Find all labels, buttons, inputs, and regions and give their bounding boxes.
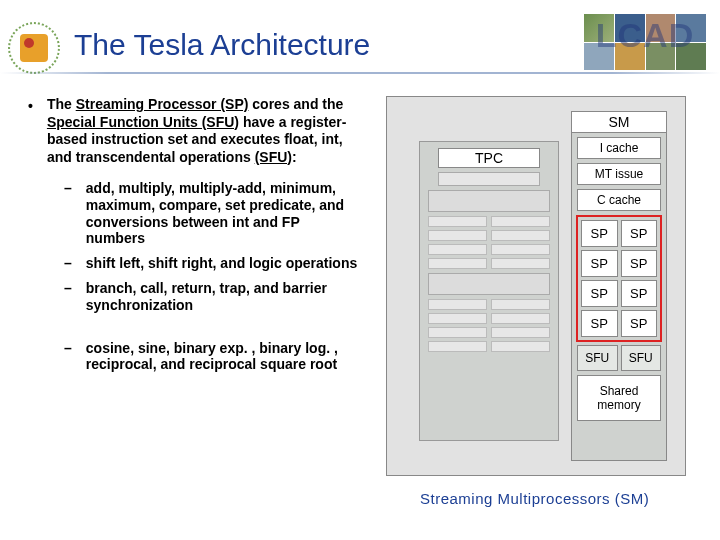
icache-segment: I cache <box>577 137 661 159</box>
sub-bullet-text: add, multiply, multiply-add, minimum, ma… <box>86 180 358 247</box>
institution-seal-icon <box>8 22 60 74</box>
mtissue-segment: MT issue <box>577 163 661 185</box>
dash-icon: – <box>64 255 72 272</box>
main-bullet-text: The Streaming Processor (SP) cores and t… <box>47 96 358 166</box>
sp-cell: SP <box>621 250 658 277</box>
sp-cell: SP <box>621 310 658 337</box>
sp-cell: SP <box>581 250 618 277</box>
sfu-sublist: –cosine, sine, binary exp. , binary log.… <box>64 340 358 374</box>
main-bullet: • The Streaming Processor (SP) cores and… <box>28 96 358 166</box>
dash-icon: – <box>64 180 72 247</box>
sp-cell: SP <box>581 280 618 307</box>
sub-bullet: –shift left, shift right, and logic oper… <box>64 255 358 272</box>
sfu-cell: SFU <box>577 345 618 371</box>
sp-cell: SP <box>621 280 658 307</box>
sp-grid-highlight: SP SP SP SP SP SP SP SP <box>576 215 662 342</box>
sm-label: SM <box>572 112 666 133</box>
sub-bullet: –cosine, sine, binary exp. , binary log.… <box>64 340 358 374</box>
sfu-row: SFU SFU <box>577 345 661 371</box>
header-divider <box>0 72 720 74</box>
dash-icon: – <box>64 280 72 314</box>
sub-bullet-text: shift left, shift right, and logic opera… <box>86 255 357 272</box>
sm-block: SM I cache MT issue C cache SP SP SP SP … <box>571 111 667 461</box>
sub-bullet-text: branch, call, return, trap, and barrier … <box>86 280 358 314</box>
shared-memory-segment: Shared memory <box>577 375 661 421</box>
sp-cell: SP <box>621 220 658 247</box>
page-title: The Tesla Architecture <box>74 28 370 62</box>
text-column: • The Streaming Processor (SP) cores and… <box>28 96 358 381</box>
operation-sublist: –add, multiply, multiply-add, minimum, m… <box>64 180 358 314</box>
tpc-block: TPC <box>419 141 559 441</box>
sp-cell: SP <box>581 310 618 337</box>
sfu-cell: SFU <box>621 345 662 371</box>
bullet-icon: • <box>28 98 33 166</box>
dash-icon: – <box>64 340 72 374</box>
ccache-segment: C cache <box>577 189 661 211</box>
architecture-diagram: TPC SM I cache MT issue C cache SP <box>386 96 686 476</box>
sub-bullet: –add, multiply, multiply-add, minimum, m… <box>64 180 358 247</box>
sub-bullet: –branch, call, return, trap, and barrier… <box>64 280 358 314</box>
sp-cell: SP <box>581 220 618 247</box>
sub-bullet-text: cosine, sine, binary exp. , binary log. … <box>86 340 358 374</box>
diagram-caption: Streaming Multiprocessors (SM) <box>420 490 649 507</box>
corner-thumbnail-grid: LCAD <box>584 14 706 70</box>
tpc-label: TPC <box>438 148 540 168</box>
